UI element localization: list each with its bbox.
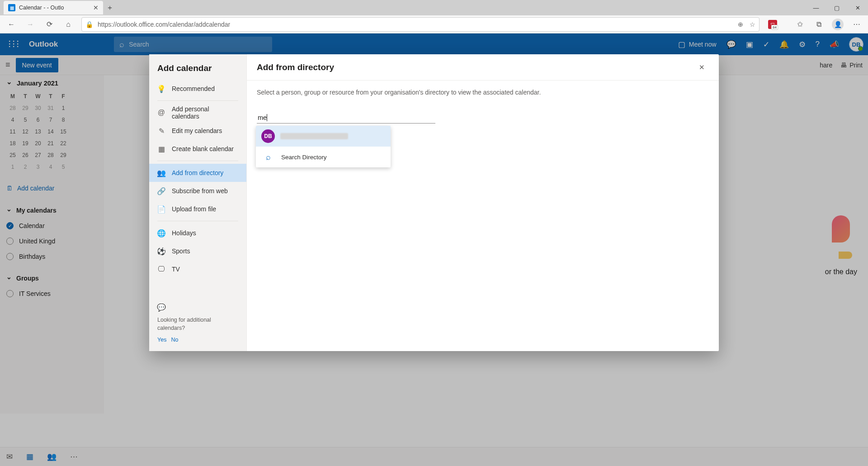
panel-title: Add from directory bbox=[257, 62, 334, 72]
nav-tv[interactable]: 🖵TV bbox=[149, 260, 246, 278]
person-avatar: DB bbox=[261, 129, 275, 143]
address-bar[interactable]: 🔒 https://outlook.office.com/calendar/ad… bbox=[81, 17, 760, 32]
favorite-icon[interactable]: ☆ bbox=[750, 21, 755, 28]
add-app-icon[interactable]: ⊕ bbox=[738, 21, 743, 28]
window-minimize-button[interactable]: — bbox=[806, 0, 826, 15]
at-icon: @ bbox=[157, 109, 165, 117]
nav-add-personal[interactable]: @Add personal calendars bbox=[149, 104, 246, 122]
tab-title: Calendar - - Outlo bbox=[19, 5, 64, 11]
search-directory-item[interactable]: Search Directory bbox=[256, 147, 391, 167]
window-maximize-button[interactable]: ▢ bbox=[826, 0, 847, 15]
nav-create-blank[interactable]: ▦Create blank calendar bbox=[149, 140, 246, 158]
calendar-favicon-icon: ▦ bbox=[8, 4, 15, 11]
file-icon: 📄 bbox=[157, 205, 165, 214]
people-icon: 👥 bbox=[157, 169, 165, 177]
link-icon: 🔗 bbox=[157, 187, 165, 195]
search-icon bbox=[261, 152, 275, 162]
nav-recommended[interactable]: 💡Recommended bbox=[149, 80, 246, 98]
address-url: https://outlook.office.com/calendar/addc… bbox=[98, 21, 230, 28]
close-icon[interactable]: ✕ bbox=[93, 4, 99, 11]
panel-description: Select a person, group or resource from … bbox=[257, 89, 709, 96]
nav-upload-file[interactable]: 📄Upload from file bbox=[149, 200, 246, 218]
edit-icon: ✎ bbox=[157, 127, 165, 135]
person-name-redacted bbox=[280, 133, 348, 139]
collections-icon[interactable]: ⧉ bbox=[810, 16, 827, 33]
feedback-yes[interactable]: Yes bbox=[157, 337, 166, 343]
nav-back-button[interactable]: ← bbox=[3, 16, 20, 33]
profile-button[interactable]: 👤 bbox=[829, 16, 846, 33]
add-calendar-modal: Add calendar 💡Recommended @Add personal … bbox=[149, 54, 719, 351]
nav-sports[interactable]: ⚽Sports bbox=[149, 242, 246, 260]
sports-icon: ⚽ bbox=[157, 247, 165, 256]
tv-icon: 🖵 bbox=[157, 265, 165, 273]
browser-tab[interactable]: ▦ Calendar - - Outlo ✕ bbox=[4, 1, 103, 14]
browser-tab-strip: ▦ Calendar - - Outlo ✕ ＋ — ▢ ✕ bbox=[0, 0, 868, 15]
nav-refresh-button[interactable]: ⟳ bbox=[41, 16, 58, 33]
directory-search-input[interactable]: me​ bbox=[257, 112, 435, 124]
favorites-icon[interactable]: ✩ bbox=[791, 16, 808, 33]
nav-add-from-directory[interactable]: 👥Add from directory bbox=[149, 164, 246, 182]
modal-title: Add calendar bbox=[149, 61, 246, 80]
close-icon[interactable]: ✕ bbox=[694, 60, 709, 75]
nav-edit-calendars[interactable]: ✎Edit my calendars bbox=[149, 122, 246, 140]
window-close-button[interactable]: ✕ bbox=[847, 0, 868, 15]
modal-nav: Add calendar 💡Recommended @Add personal … bbox=[149, 54, 247, 351]
extension-adblock-icon[interactable]: 🛡84 bbox=[764, 16, 781, 33]
browser-menu-button[interactable]: ⋯ bbox=[848, 16, 865, 33]
lock-icon: 🔒 bbox=[85, 21, 93, 28]
feedback-no[interactable]: No bbox=[171, 337, 178, 343]
globe-icon: 🌐 bbox=[157, 229, 165, 238]
nav-subscribe-web[interactable]: 🔗Subscribe from web bbox=[149, 182, 246, 200]
suggestion-item[interactable]: DB bbox=[256, 126, 391, 147]
feedback-icon: 💬 bbox=[157, 303, 165, 312]
nav-holidays[interactable]: 🌐Holidays bbox=[149, 224, 246, 242]
directory-suggestions: DB Search Directory bbox=[256, 126, 391, 167]
new-tab-button[interactable]: ＋ bbox=[103, 1, 117, 14]
browser-toolbar: ← → ⟳ ⌂ 🔒 https://outlook.office.com/cal… bbox=[0, 15, 868, 33]
lightbulb-icon: 💡 bbox=[157, 85, 165, 93]
nav-home-button[interactable]: ⌂ bbox=[60, 16, 77, 33]
modal-footer-question: 💬 Looking for additional calendars? Yes … bbox=[149, 303, 246, 347]
calendar-blank-icon: ▦ bbox=[157, 145, 165, 153]
nav-forward-button[interactable]: → bbox=[22, 16, 39, 33]
